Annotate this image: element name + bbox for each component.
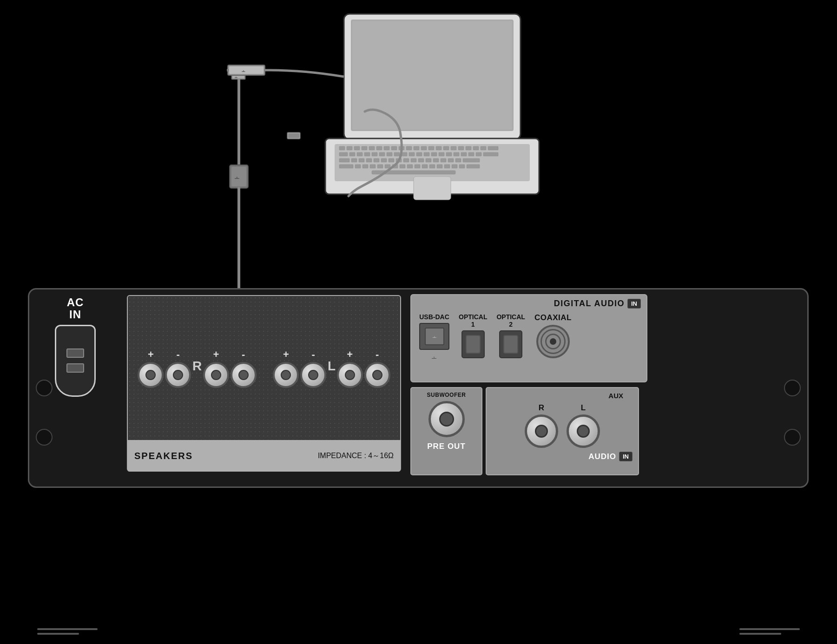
terminal-knob-8	[364, 362, 390, 388]
terminal-knob-6	[300, 362, 326, 388]
digital-audio-section: DIGITAL AUDIO IN USB-DAC ⫠ ⫠ OPTICAL 1	[410, 294, 647, 382]
svg-text:⫠: ⫠	[233, 173, 241, 181]
svg-rect-77	[452, 164, 457, 168]
terminal-plus-4: +	[347, 348, 353, 361]
svg-rect-93	[228, 65, 265, 75]
terminal-plus-1: +	[148, 348, 154, 361]
speakers-label: SPEAKERS	[134, 451, 193, 461]
coaxial-label: COAXIAL	[534, 313, 572, 322]
audio-in-text: AUDIO	[588, 452, 616, 461]
svg-rect-84	[231, 72, 245, 79]
terminal-knob-7	[337, 362, 363, 388]
coaxial-port-group: COAXIAL	[534, 313, 572, 358]
svg-rect-53	[396, 158, 402, 162]
svg-rect-0	[344, 14, 521, 139]
svg-rect-81	[414, 177, 451, 200]
svg-rect-69	[392, 164, 398, 168]
optical1-port	[461, 330, 485, 358]
svg-rect-87	[233, 70, 244, 73]
svg-rect-65	[362, 164, 368, 168]
optical2-port	[499, 330, 522, 358]
svg-rect-9	[369, 146, 375, 150]
svg-rect-76	[444, 164, 450, 168]
svg-rect-5	[339, 146, 345, 150]
svg-rect-19	[443, 146, 449, 150]
audio-in-badge: IN	[619, 452, 633, 461]
digital-ports-row: USB-DAC ⫠ ⫠ OPTICAL 1	[417, 311, 641, 364]
r-channel-group: R	[525, 403, 558, 448]
bottom-lines-right	[739, 628, 800, 635]
bottom-line-right-1	[739, 628, 800, 630]
audio-in-footer: AUDIO IN	[492, 452, 633, 461]
svg-rect-32	[387, 152, 392, 156]
svg-rect-6	[347, 146, 352, 150]
l-rca-connector	[567, 414, 600, 448]
speaker-r-label: R	[192, 359, 202, 374]
svg-rect-40	[446, 152, 452, 156]
svg-rect-3	[325, 138, 539, 194]
svg-text:⫠: ⫠	[234, 74, 238, 79]
svg-rect-21	[458, 146, 464, 150]
svg-rect-62	[463, 158, 480, 162]
usb-dac-label: USB-DAC	[419, 313, 449, 321]
amplifier-unit: AC IN + -	[28, 288, 809, 488]
svg-rect-61	[455, 158, 461, 162]
speakers-section: + - R +	[127, 295, 401, 472]
aux-label: AUX	[608, 392, 623, 400]
svg-rect-4	[335, 144, 530, 181]
svg-rect-23	[473, 146, 479, 150]
svg-rect-27	[349, 152, 355, 156]
svg-rect-80	[372, 171, 455, 174]
svg-rect-43	[468, 152, 474, 156]
svg-rect-49	[366, 158, 372, 162]
svg-rect-55	[411, 158, 416, 162]
svg-rect-48	[359, 158, 364, 162]
svg-rect-73	[422, 164, 428, 168]
svg-rect-24	[481, 146, 486, 150]
terminal-plus-3: +	[283, 348, 289, 361]
svg-rect-15	[414, 146, 419, 150]
coaxial-port	[536, 325, 570, 358]
pre-out-rca	[428, 401, 465, 437]
optical1-label-line2: 1	[459, 321, 487, 328]
bottom-line-right-2	[739, 633, 781, 635]
speaker-l-label: L	[328, 359, 336, 374]
svg-rect-13	[399, 146, 404, 150]
l-channel-group: L	[567, 403, 600, 448]
impedance-label: IMPEDANCE : 4～16Ω	[318, 451, 394, 461]
svg-rect-57	[426, 158, 431, 162]
svg-rect-31	[379, 152, 385, 156]
svg-rect-35	[409, 152, 415, 156]
svg-rect-67	[377, 164, 383, 168]
svg-rect-66	[370, 164, 376, 168]
subwoofer-label: SUBWOOFER	[427, 392, 466, 398]
terminal-knob-1	[138, 362, 164, 388]
svg-rect-89	[230, 165, 248, 188]
svg-rect-68	[385, 164, 390, 168]
svg-rect-79	[467, 164, 480, 168]
svg-rect-71	[407, 164, 413, 168]
svg-rect-34	[402, 152, 407, 156]
svg-rect-26	[339, 152, 348, 156]
svg-rect-22	[466, 146, 471, 150]
svg-rect-85	[232, 73, 244, 79]
svg-rect-41	[454, 152, 459, 156]
svg-rect-12	[391, 146, 397, 150]
svg-rect-58	[433, 158, 439, 162]
svg-rect-63	[339, 164, 353, 168]
svg-rect-1	[351, 20, 514, 131]
svg-rect-20	[451, 146, 456, 150]
audio-channels-row: R L	[492, 403, 633, 448]
svg-rect-74	[429, 164, 435, 168]
digital-audio-in-badge: IN	[627, 299, 641, 309]
svg-rect-54	[403, 158, 409, 162]
svg-rect-16	[421, 146, 427, 150]
pre-out-label: PRE OUT	[427, 442, 466, 451]
svg-rect-7	[354, 146, 360, 150]
optical2-label-line1: OPTICAL	[496, 313, 525, 321]
ac-in-label: AC IN	[67, 296, 84, 321]
svg-rect-47	[351, 158, 357, 162]
mount-hole-left-bottom	[36, 429, 53, 446]
l-channel-label: L	[581, 403, 586, 413]
terminal-knob-4	[231, 362, 257, 388]
